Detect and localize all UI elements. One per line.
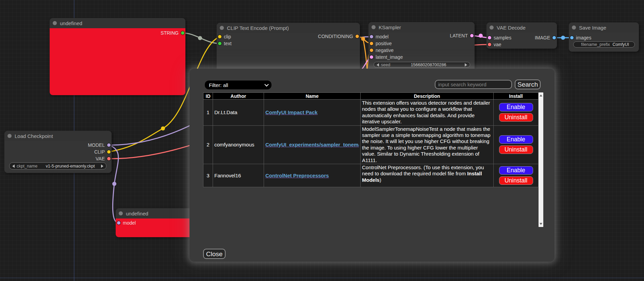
input-slot-model[interactable]: model: [117, 219, 136, 226]
node-title-bar[interactable]: Load Checkpoint: [4, 131, 112, 141]
slot-label: CONDITIONING: [318, 34, 353, 39]
input-slot-negative[interactable]: negative: [370, 47, 394, 54]
column-header-id: ID: [203, 93, 213, 100]
input-slot-model[interactable]: model: [370, 33, 389, 40]
cell-name: ComfyUI Impact Pack: [264, 100, 361, 126]
slot-dot-icon[interactable]: [117, 221, 120, 225]
collapse-dot-icon[interactable]: [572, 25, 576, 30]
ckpt-name-widget[interactable]: ckpt_name v1-5-pruned-emaonly.ckpt: [9, 162, 106, 170]
collapse-dot-icon[interactable]: [371, 25, 376, 29]
enable-button[interactable]: Enable: [499, 135, 533, 144]
extension-table-body: 1Dr.Lt.DataComfyUI Impact PackThis exten…: [203, 100, 539, 187]
node-title-bar[interactable]: VAE Decode: [486, 22, 557, 33]
filter-select[interactable]: Filter: all: [205, 81, 271, 89]
decrement-arrow-icon[interactable]: [12, 164, 15, 168]
slot-dot-icon[interactable]: [470, 34, 474, 37]
table-header-row: IDAuthorNameDescriptionInstall: [203, 93, 539, 100]
filename-prefix-widget[interactable]: filename_prefix ComfyUI: [573, 41, 635, 48]
input-slot-text[interactable]: text: [218, 40, 232, 47]
extension-link[interactable]: ComfyUI_experiments/sampler_tonemap: [265, 142, 359, 147]
node-title: VAE Decode: [497, 25, 526, 31]
extension-link[interactable]: ControlNet Preprocessors: [265, 173, 329, 178]
collapse-dot-icon[interactable]: [220, 26, 224, 30]
widget-value: v1-5-pruned-emaonly.ckpt: [39, 164, 101, 169]
collapse-dot-icon[interactable]: [119, 211, 123, 215]
output-slot-clip[interactable]: CLIP: [94, 148, 111, 155]
node-title-bar[interactable]: Save Image: [569, 22, 639, 33]
slot-dot-icon[interactable]: [107, 143, 111, 147]
slot-label: model: [376, 34, 389, 39]
slot-dot-icon[interactable]: [552, 36, 556, 39]
output-slot-string[interactable]: STRING: [161, 30, 184, 36]
decrement-arrow-icon[interactable]: [377, 63, 379, 67]
collapse-dot-icon[interactable]: [53, 21, 57, 25]
slot-dot-icon[interactable]: [488, 43, 491, 46]
input-slot-samples[interactable]: samples: [488, 34, 511, 41]
node-title-bar[interactable]: undefined: [116, 208, 193, 218]
node-title-bar[interactable]: CLIP Text Encode (Prompt): [217, 23, 360, 33]
slot-dot-icon[interactable]: [107, 157, 111, 160]
widget-label: filename_prefix: [581, 42, 610, 47]
cell-install: EnableUninstall: [494, 100, 539, 126]
increment-arrow-icon[interactable]: [465, 63, 467, 67]
node-undefined-bottom[interactable]: undefined model: [116, 208, 193, 237]
input-slot-latent-image[interactable]: latent_image: [370, 54, 403, 60]
output-slot-conditioning[interactable]: CONDITIONING: [318, 33, 359, 40]
node-undefined-top[interactable]: undefined STRING: [50, 18, 185, 95]
search-button[interactable]: Search: [515, 80, 541, 89]
input-slot-clip[interactable]: clip: [218, 33, 231, 40]
cell-author: Fannovel16: [213, 164, 264, 187]
node-title-bar[interactable]: KSampler: [368, 22, 475, 32]
grid-axis-horizontal: [0, 278, 644, 278]
column-header-name: Name: [264, 93, 361, 100]
column-header-description: Description: [361, 93, 494, 100]
scroll-down-icon[interactable]: [540, 223, 542, 225]
slot-label: STRING: [161, 30, 179, 36]
slot-label: IMAGE: [535, 35, 550, 40]
uninstall-button[interactable]: Uninstall: [499, 176, 533, 185]
filter-select-value: Filter: all: [209, 82, 228, 88]
collapse-dot-icon[interactable]: [7, 134, 12, 138]
slot-dot-icon[interactable]: [218, 35, 221, 38]
table-scrollbar[interactable]: [539, 92, 543, 227]
enable-button[interactable]: Enable: [499, 166, 533, 175]
output-slot-vae[interactable]: VAE: [96, 155, 111, 162]
slot-dot-icon[interactable]: [181, 31, 184, 35]
close-button[interactable]: Close: [203, 249, 226, 259]
slot-dot-icon[interactable]: [370, 55, 373, 59]
uninstall-button[interactable]: Uninstall: [499, 113, 533, 122]
input-slot-positive[interactable]: positive: [370, 40, 392, 47]
search-input[interactable]: [435, 80, 512, 89]
slot-dot-icon[interactable]: [370, 35, 373, 38]
slot-dot-icon[interactable]: [356, 35, 359, 38]
node-load-checkpoint[interactable]: Load Checkpoint MODEL CLIP VAE ckpt_name…: [4, 131, 112, 173]
seed-widget[interactable]: seed 156680208700286: [374, 62, 470, 68]
extension-link[interactable]: ComfyUI Impact Pack: [265, 109, 317, 115]
input-slot-vae[interactable]: vae: [488, 41, 501, 48]
enable-button[interactable]: Enable: [499, 103, 533, 111]
collapse-dot-icon[interactable]: [490, 25, 494, 30]
cell-name: ComfyUI_experiments/sampler_tonemap: [264, 125, 361, 164]
output-slot-model[interactable]: MODEL: [88, 142, 111, 148]
input-slot-images[interactable]: images: [570, 34, 591, 41]
node-vae-decode[interactable]: VAE Decode samples vae IMAGE: [486, 22, 557, 49]
node-graph-canvas[interactable]: undefined STRING CLIP Text Encode (Promp…: [0, 0, 644, 281]
slot-dot-icon[interactable]: [107, 150, 111, 154]
slot-label: vae: [494, 42, 501, 47]
node-title-bar[interactable]: undefined: [50, 18, 185, 28]
uninstall-button[interactable]: Uninstall: [499, 145, 533, 154]
slot-dot-icon[interactable]: [370, 42, 373, 45]
slot-dot-icon[interactable]: [488, 36, 491, 39]
widget-label: ckpt_name: [17, 164, 37, 169]
output-slot-latent[interactable]: LATENT: [450, 32, 474, 39]
increment-arrow-icon[interactable]: [101, 164, 103, 168]
extension-row: 3Fannovel16ControlNet PreprocessorsContr…: [203, 164, 539, 187]
node-save-image[interactable]: Save Image images filename_prefix ComfyU…: [569, 22, 639, 52]
slot-dot-icon[interactable]: [370, 49, 373, 52]
slot-dot-icon[interactable]: [218, 42, 221, 45]
scroll-up-icon[interactable]: [540, 94, 542, 96]
output-slot-image[interactable]: IMAGE: [535, 34, 556, 41]
cell-author: comfyanonymous: [213, 125, 264, 164]
slot-label: negative: [376, 48, 394, 53]
slot-dot-icon[interactable]: [570, 36, 574, 39]
